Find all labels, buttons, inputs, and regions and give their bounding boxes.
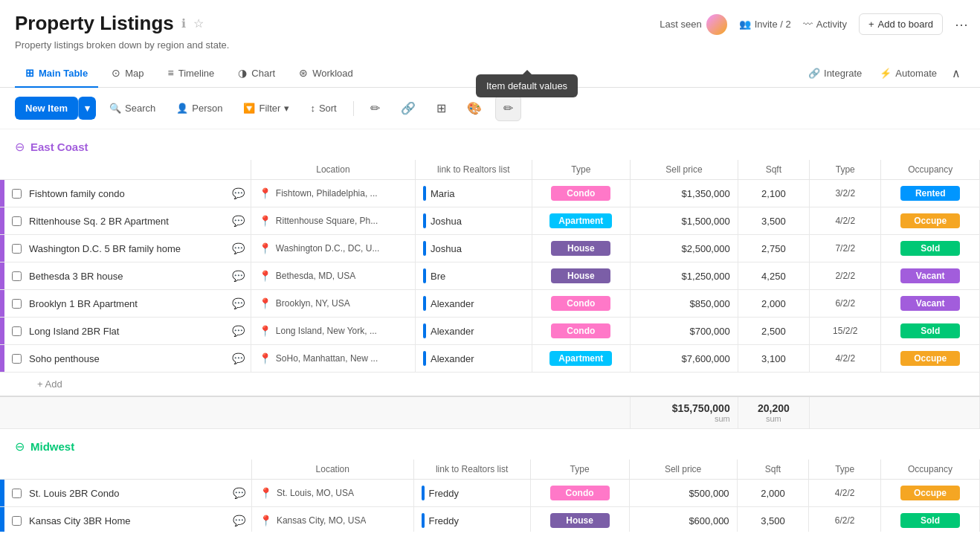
expand-button[interactable]: ⊞ [429, 96, 454, 120]
col-header-occupancy: Occupancy [881, 160, 980, 180]
tab-main-table[interactable]: ⊞ Main Table [15, 59, 98, 88]
occupancy-cell: Sold [881, 235, 980, 262]
table-row[interactable]: Fishtown family condo 💬 📍 Fishtown, Phil… [0, 180, 980, 207]
location-pin-icon: 📍 [259, 215, 271, 227]
sqft-cell: 2,500 [738, 318, 809, 345]
summary-row: $15,750,000 sum 20,200 sum [0, 396, 980, 429]
realtor-cell: Alexander [416, 290, 532, 318]
sort-button[interactable]: ↕ Sort [303, 97, 344, 119]
type2-cell: 4/2/2 [810, 345, 881, 373]
table-row[interactable]: Washington D.C. 5 BR family home 💬 📍 Was… [0, 235, 980, 262]
col-header-type2-mw: Type [809, 460, 881, 480]
item-name: Long Island 2BR Flat [29, 326, 119, 337]
realtor-cell: Freddy [413, 507, 530, 532]
location-pin-icon: 📍 [259, 242, 271, 254]
col-header-realtors-mw: link to Realtors list [413, 460, 530, 480]
comment-icon[interactable]: 💬 [232, 352, 245, 364]
type2-cell: 15/2/2 [810, 318, 881, 345]
comment-icon[interactable]: 💬 [233, 487, 245, 499]
filter-dropdown-icon: ▾ [284, 103, 289, 114]
link-button[interactable]: 🔗 [393, 96, 423, 120]
col-header-type: Type [532, 160, 631, 180]
group-arrow-midwest[interactable]: ⊖ [15, 439, 25, 454]
col-header-name-mw [0, 460, 251, 480]
location-cell: 📍 Rittenhouse Square, Ph... [251, 207, 415, 235]
tab-timeline[interactable]: ≡ Timeline [158, 59, 225, 88]
type-cell: Condo [530, 480, 629, 507]
location-cell: 📍 St. Louis, MO, USA [251, 480, 413, 507]
type-cell: Apartment [532, 207, 631, 235]
add-to-board-button[interactable]: + Add to board [859, 13, 943, 35]
info-icon[interactable]: ℹ [181, 16, 186, 30]
filter-button[interactable]: 🔽 Filter ▾ [236, 97, 297, 119]
type2-cell: 2/2/2 [810, 262, 881, 290]
row-checkbox[interactable] [12, 299, 22, 309]
row-checkbox[interactable] [12, 489, 22, 498]
invite-button[interactable]: 👥 Invite / 2 [739, 19, 791, 30]
edit-button[interactable]: ✏ [495, 95, 521, 121]
occupancy-cell: Occupe [880, 480, 979, 507]
comment-icon[interactable]: 💬 [232, 270, 245, 282]
row-checkbox[interactable] [12, 326, 22, 336]
comment-icon[interactable]: 💬 [232, 215, 245, 227]
table-row[interactable]: Kansas City 3BR Home 💬 📍 Kansas City, MO… [0, 507, 980, 532]
row-checkbox[interactable] [12, 244, 22, 254]
col-header-location: Location [251, 160, 415, 180]
table-row[interactable]: Long Island 2BR Flat 💬 📍 Long Island, Ne… [0, 318, 980, 345]
tab-map[interactable]: ⊙ Map [101, 59, 154, 88]
comment-icon[interactable]: 💬 [232, 187, 245, 199]
table-row[interactable]: Bethesda 3 BR house 💬 📍 Bethesda, MD, US… [0, 262, 980, 290]
new-item-dropdown-button[interactable]: ▾ [78, 97, 96, 120]
table-row[interactable]: St. Louis 2BR Condo 💬 📍 St. Louis, MO, U… [0, 480, 980, 507]
row-checkbox[interactable] [12, 271, 22, 281]
star-icon[interactable]: ☆ [193, 16, 204, 30]
realtor-cell: Freddy [413, 480, 530, 507]
item-name: St. Louis 2BR Condo [29, 488, 119, 499]
tab-workload[interactable]: ⊛ Workload [288, 59, 364, 88]
tab-chart[interactable]: ◑ Chart [228, 59, 286, 88]
add-row[interactable]: + Add [0, 373, 980, 397]
automate-button[interactable]: ⚡ Automate [872, 63, 944, 83]
comment-icon[interactable]: 💬 [233, 515, 245, 526]
realtor-cell: Alexander [416, 318, 532, 345]
row-checkbox[interactable] [12, 189, 22, 199]
table-row[interactable]: Brooklyn 1 BR Apartment 💬 📍 Brooklyn, NY… [0, 290, 980, 318]
avatar [706, 14, 727, 35]
type2-cell: 7/2/2 [810, 235, 881, 262]
group-title-east: East Coast [30, 141, 88, 153]
new-item-button[interactable]: New Item [15, 97, 78, 120]
page-title: Property Listings [15, 12, 174, 35]
more-options-button[interactable]: ⋯ [955, 16, 968, 33]
sqft-cell: 2,000 [738, 290, 809, 318]
collapse-button[interactable]: ∧ [947, 62, 965, 85]
table-row[interactable]: Rittenhouse Sq. 2 BR Apartment 💬 📍 Ritte… [0, 207, 980, 235]
search-button[interactable]: 🔍 Search [102, 97, 163, 119]
location-cell: 📍 Washington D.C., DC, U... [251, 235, 415, 262]
type-cell: Condo [532, 180, 631, 207]
table-row[interactable]: Soho penthouse 💬 📍 SoHo, Manhattan, New … [0, 345, 980, 373]
tooltip-popup: Item default values [476, 74, 578, 97]
map-icon: ⊙ [112, 67, 120, 79]
location-cell: 📍 Long Island, New York, ... [251, 318, 415, 345]
paint-button[interactable]: 🎨 [460, 96, 489, 120]
sqft-cell: 3,500 [738, 207, 809, 235]
person-button[interactable]: 👤 Person [169, 97, 230, 119]
activity-button[interactable]: 〰 Activity [803, 19, 847, 30]
type-cell: Condo [532, 290, 631, 318]
row-checkbox[interactable] [12, 354, 22, 364]
sell-price-cell: $700,000 [631, 318, 738, 345]
hide-button[interactable]: ✏ [363, 96, 387, 120]
group-arrow-east[interactable]: ⊖ [15, 140, 25, 154]
realtor-cell: Joshua [416, 235, 532, 262]
main-table-icon: ⊞ [25, 67, 34, 79]
row-checkbox[interactable] [12, 216, 22, 226]
location-cell: 📍 SoHo, Manhattan, New ... [251, 345, 415, 373]
comment-icon[interactable]: 💬 [232, 297, 245, 309]
sqft-cell: 3,100 [738, 345, 809, 373]
type2-cell: 6/2/2 [810, 290, 881, 318]
row-checkbox[interactable] [12, 516, 22, 526]
integrate-button[interactable]: 🔗 Integrate [801, 63, 869, 83]
comment-icon[interactable]: 💬 [232, 242, 245, 254]
search-icon: 🔍 [109, 103, 121, 114]
comment-icon[interactable]: 💬 [232, 325, 245, 337]
